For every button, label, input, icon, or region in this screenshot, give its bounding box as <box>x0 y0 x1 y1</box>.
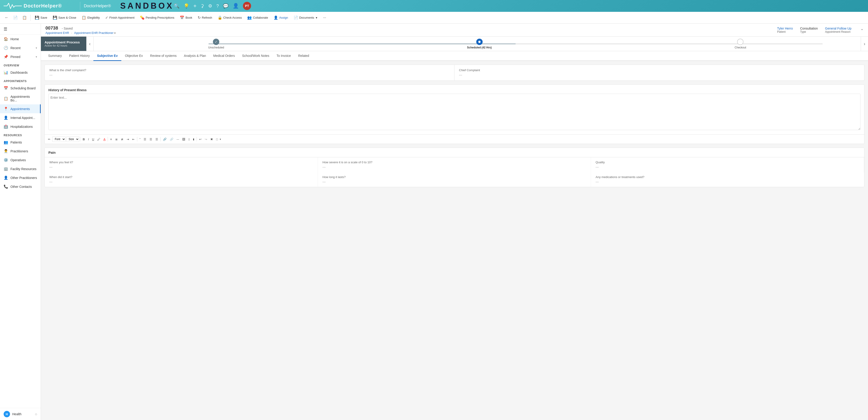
align-left-button[interactable]: ≡ <box>109 137 113 142</box>
quote-button[interactable]: ” <box>138 137 142 142</box>
sidebar-item-dashboards[interactable]: 📊 Dashboards <box>0 68 41 77</box>
breadcrumb-dropdown-icon[interactable]: ▾ <box>114 32 116 34</box>
sidebar-item-appointments[interactable]: 📍 Appointments <box>0 104 41 113</box>
plus-icon[interactable]: + <box>193 3 196 9</box>
sidebar-item-internal-appt[interactable]: 👤 Internal Appoint... <box>0 113 41 122</box>
chat-icon[interactable]: 💬 <box>223 3 228 9</box>
undo-button[interactable]: ↩ <box>198 137 203 142</box>
settings-icon[interactable]: ⚙ <box>208 3 212 9</box>
search-icon[interactable]: 🔍 <box>174 3 180 9</box>
expand-icon[interactable]: ⌄ <box>861 27 864 31</box>
justify-button[interactable]: ☰ <box>154 137 159 142</box>
save-close-button[interactable]: 💾 Save & Close <box>51 14 79 21</box>
tab-medical-orders[interactable]: Medical Orders <box>210 51 239 61</box>
step-circle-scheduled <box>476 39 483 45</box>
tab-summary[interactable]: Summary <box>44 51 65 61</box>
hamburger-icon[interactable]: ☰ <box>4 27 7 32</box>
pending-prescriptions-button[interactable]: 💊 Pending Prescriptions <box>138 14 177 21</box>
form-icon-button[interactable]: 📄 <box>11 14 20 21</box>
italic-button[interactable]: I <box>87 137 90 142</box>
eligibility-button[interactable]: 📋 Elegibility <box>79 14 102 21</box>
font-select[interactable]: Font <box>52 137 66 142</box>
highlight-button[interactable]: 🖊 <box>96 137 101 142</box>
process-sub: Active for 42 hours <box>44 44 83 47</box>
process-next-button[interactable]: › <box>861 37 868 51</box>
book-button[interactable]: 📅 Book <box>178 14 194 21</box>
clear-button[interactable]: ✖ <box>209 137 214 142</box>
source-button[interactable]: — <box>175 137 180 142</box>
pain-label-2: Quality <box>595 160 859 164</box>
list-ul-button[interactable]: ≣ <box>114 137 119 142</box>
sidebar-item-hospitalizations[interactable]: 🏥 Hospitalizations <box>0 122 41 131</box>
profile-icon[interactable]: 👤 <box>233 3 239 9</box>
record-meta: Tyler Herro Patient Consultation Type Ge… <box>777 27 864 33</box>
assign-button[interactable]: 👤 Assign <box>271 14 290 21</box>
tab-patient-history[interactable]: Patient History <box>65 51 93 61</box>
pain-field-2: Quality --- <box>591 157 864 172</box>
more-button[interactable]: ⋯ <box>321 14 328 21</box>
breadcrumb-practitioner-link[interactable]: Appointment EHR Practitioner <box>74 31 113 35</box>
tab-related[interactable]: Related <box>294 51 313 61</box>
tab-to-invoice[interactable]: To Invoice <box>273 51 294 61</box>
indent-button[interactable]: ⇥ <box>125 137 130 142</box>
back-button[interactable]: ← <box>3 14 10 21</box>
avatar[interactable]: PT <box>243 2 251 10</box>
sidebar-bottom-health[interactable]: H Health ◇ <box>0 408 41 420</box>
tab-analysis-plan[interactable]: Analysis & Plan <box>180 51 210 61</box>
chief-complaint-field: What is the chief complaint? --- <box>45 65 455 81</box>
tab-review-of-systems[interactable]: Review of systems <box>147 51 180 61</box>
eraser-button[interactable]: ✏ <box>46 137 52 142</box>
bold-button[interactable]: B <box>81 137 86 142</box>
table-button[interactable]: □ <box>215 137 219 142</box>
sidebar-item-pinned[interactable]: 📌 Pinned ▾ <box>0 52 41 61</box>
sidebar-item-patients[interactable]: 👥 Patients <box>0 138 41 147</box>
sidebar-item-facility-resources[interactable]: 🏢 Facility Resources <box>0 164 41 173</box>
sidebar-item-scheduling-board[interactable]: 📅 Scheduling Board <box>0 84 41 93</box>
sidebar-item-other-practitioners[interactable]: 👤 Other Practitioners <box>0 173 41 182</box>
sidebar-item-practitioners[interactable]: 👨‍⚕️ Practitioners <box>0 147 41 155</box>
filter-icon[interactable]: ⚳ <box>200 3 204 9</box>
sidebar-item-home[interactable]: 🏠 Home <box>0 35 41 43</box>
list-ol-button[interactable]: ≢ <box>120 137 125 142</box>
check-access-button[interactable]: 🔒 Check Access <box>215 14 244 21</box>
tab-objective-ev[interactable]: Objective Ev <box>121 51 147 61</box>
finish-appointment-button[interactable]: ✓ Finish Appointment <box>103 14 137 21</box>
copy-button[interactable]: 📋 <box>21 14 29 21</box>
toolbar: ← 📄 📋 💾 Save 💾 Save & Close 📋 Elegibilit… <box>0 12 868 24</box>
font-color-button[interactable]: A <box>102 137 107 142</box>
overview-section-label: Overview <box>0 61 41 68</box>
sidebar-item-recent[interactable]: 🕐 Recent ▾ <box>0 43 41 52</box>
link-button[interactable]: 🔗 <box>161 137 168 142</box>
size-select[interactable]: Size <box>66 137 79 142</box>
tab-school-work-notes[interactable]: School/Work Notes <box>239 51 273 61</box>
sidebar-item-operatives[interactable]: ⚙️ Operatives <box>0 155 41 164</box>
collaborate-button[interactable]: 👥 Collaborate <box>245 14 270 21</box>
documents-button[interactable]: 📄 Documents ▼ <box>291 14 320 21</box>
preview-button[interactable]: ▮ <box>191 137 196 142</box>
save-button[interactable]: 💾 Save <box>32 14 50 21</box>
breadcrumb-ehr-link[interactable]: Appointment EHR <box>45 31 69 35</box>
assign-icon: 👤 <box>274 16 278 20</box>
chief-complaint-right-field: Chief Complaint --- <box>455 65 864 81</box>
help-icon[interactable]: ? <box>216 3 219 9</box>
patients-icon: 👥 <box>4 140 8 144</box>
sidebar-item-appointments-board[interactable]: 📋 Appointments Bo... <box>0 93 41 104</box>
sidebar-label-practitioners: Practitioners <box>10 149 28 153</box>
tab-subjective-ev[interactable]: Subjective Ev <box>93 51 121 61</box>
redo-button[interactable]: ↪ <box>204 137 209 142</box>
refresh-button[interactable]: ↻ Refresh <box>195 14 215 21</box>
outdent-button[interactable]: ⇤ <box>131 137 136 142</box>
align-right-button[interactable]: ☰ <box>148 137 154 142</box>
patient-name: Tyler Herro <box>777 27 793 30</box>
sidebar-item-other-contacts[interactable]: 📞 Other Contacts <box>0 182 41 191</box>
lightbulb-icon[interactable]: 💡 <box>184 3 189 9</box>
process-prev-button[interactable]: ‹ <box>86 37 94 51</box>
image-button[interactable]: 🖼 <box>181 137 187 142</box>
underline-button[interactable]: U <box>91 137 95 142</box>
process-bar: Appointment Process Active for 42 hours … <box>41 37 868 51</box>
hpi-textarea[interactable] <box>49 94 861 130</box>
source-code-button[interactable]: ▯ <box>187 137 191 142</box>
unlink-button[interactable]: 🔗 <box>168 137 175 142</box>
align-center-button[interactable]: ☰ <box>142 137 148 142</box>
hospitalizations-icon: 🏥 <box>4 124 8 129</box>
